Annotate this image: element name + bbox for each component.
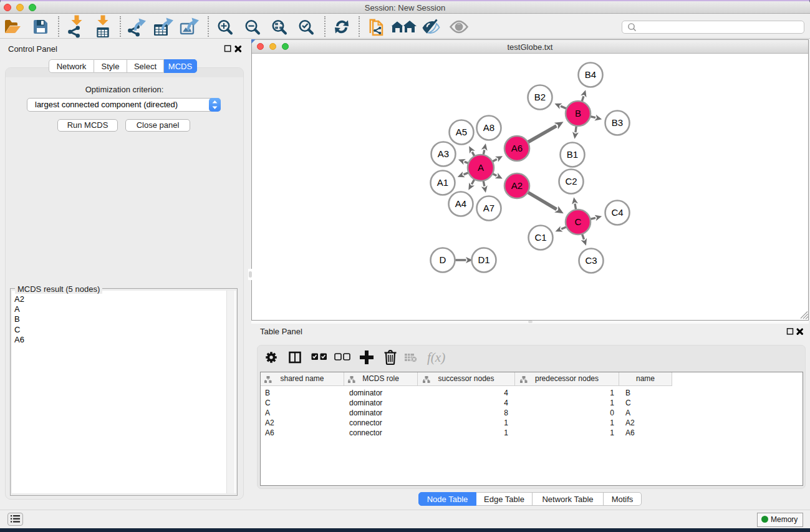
svg-text:A5: A5: [456, 127, 467, 137]
svg-text:A7: A7: [483, 203, 494, 213]
svg-text:B1: B1: [567, 149, 578, 160]
svg-text:B3: B3: [612, 117, 623, 128]
svg-text:f(x): f(x): [427, 350, 445, 365]
svg-text:A2: A2: [511, 180, 523, 191]
svg-text:C: C: [575, 216, 582, 227]
svg-text:A: A: [478, 162, 484, 173]
svg-text:A4: A4: [455, 198, 466, 209]
svg-text:D: D: [440, 254, 446, 265]
svg-text:A3: A3: [438, 148, 449, 159]
svg-text:A1: A1: [437, 177, 448, 188]
svg-text:C1: C1: [534, 232, 546, 243]
svg-text:C4: C4: [611, 207, 623, 218]
svg-text:C2: C2: [565, 176, 577, 186]
svg-text:D1: D1: [478, 254, 489, 265]
svg-text:B2: B2: [534, 92, 546, 102]
svg-text:A6: A6: [511, 143, 523, 153]
svg-text:C3: C3: [585, 255, 597, 266]
svg-text:B: B: [575, 108, 581, 118]
svg-text:B4: B4: [585, 69, 596, 80]
svg-text:A8: A8: [483, 122, 494, 133]
